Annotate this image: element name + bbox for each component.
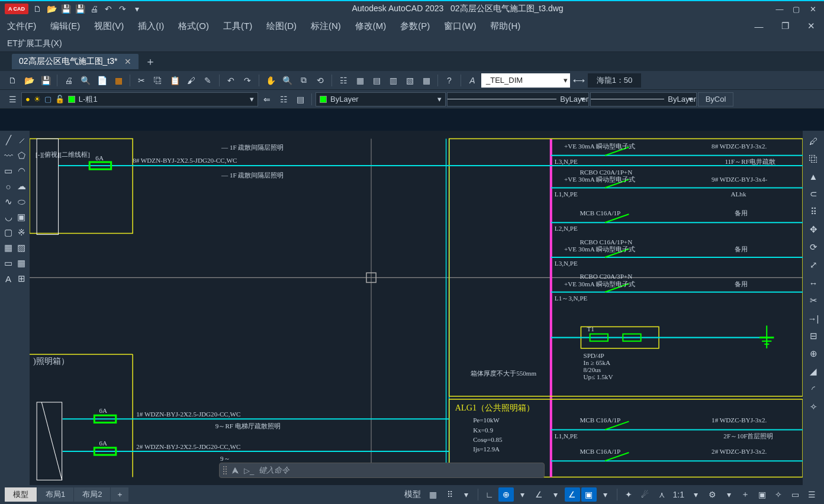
menu-dim[interactable]: 标注(N) bbox=[311, 21, 341, 32]
linetype-dropdown[interactable]: ByLayer ▾ bbox=[447, 92, 589, 106]
cmd-history-icon[interactable]: ⮝ bbox=[231, 466, 239, 475]
hatch-icon[interactable]: ▦ bbox=[2, 241, 14, 255]
tab-layout1[interactable]: 布局1 bbox=[37, 487, 73, 502]
mtext-icon[interactable]: A bbox=[2, 272, 14, 286]
plotstyle-dropdown[interactable]: ByCol bbox=[698, 92, 733, 106]
open-icon[interactable]: 📂 bbox=[46, 4, 57, 14]
anno-scale[interactable]: 海龍1：50 bbox=[588, 73, 641, 88]
dimstyle-dropdown[interactable]: _TEL_DIM▾ bbox=[481, 73, 570, 88]
markup-icon[interactable]: ▧ bbox=[402, 73, 417, 88]
ellipse-icon[interactable]: ⬭ bbox=[15, 195, 27, 209]
mirror-icon[interactable]: ▲ bbox=[805, 169, 822, 184]
custom-icon[interactable]: ☰ bbox=[804, 487, 819, 502]
menu-etext[interactable]: ET扩展工具(X) bbox=[7, 38, 62, 49]
drawing-canvas[interactable]: [-][俯视][二维线框] 6A 8# WDZN-BYJ-2X2.5-JDG20… bbox=[30, 131, 803, 485]
close-icon[interactable]: ✕ bbox=[124, 57, 131, 66]
isolate-icon[interactable]: ▣ bbox=[754, 487, 770, 502]
dim-icon[interactable]: ⟷ bbox=[571, 73, 587, 88]
transparency-icon[interactable]: ☄ bbox=[638, 487, 653, 502]
zoom-icon[interactable]: 🔍 bbox=[279, 73, 295, 88]
help-icon[interactable]: ? bbox=[442, 73, 457, 88]
fillet-icon[interactable]: ◜ bbox=[805, 382, 822, 397]
minimize-button[interactable]: — bbox=[773, 4, 786, 14]
isodraft-icon[interactable]: ∠ bbox=[532, 487, 547, 502]
print-icon[interactable]: 🖨 bbox=[89, 4, 99, 14]
insert-icon[interactable]: ▣ bbox=[15, 210, 27, 224]
otrack-icon[interactable]: ▣ bbox=[581, 487, 597, 502]
pline-icon[interactable]: 〰 bbox=[2, 148, 14, 163]
maximize-button[interactable]: ▢ bbox=[790, 4, 803, 14]
doc-minimize-button[interactable]: — bbox=[753, 21, 765, 31]
menu-help[interactable]: 帮助(H) bbox=[490, 21, 520, 32]
table-icon[interactable]: ▦ bbox=[15, 256, 27, 270]
redo-icon[interactable]: ↷ bbox=[117, 4, 128, 14]
toolpalette-icon[interactable]: ▤ bbox=[369, 73, 384, 88]
move-icon[interactable]: ✥ bbox=[805, 222, 822, 237]
addsel-icon[interactable]: ⊞ bbox=[15, 272, 27, 286]
extend-icon[interactable]: →| bbox=[805, 311, 822, 326]
polar-drop-icon[interactable]: ▾ bbox=[515, 487, 530, 502]
line-icon[interactable]: ╱ bbox=[2, 133, 14, 147]
rect-icon[interactable]: ▭ bbox=[2, 164, 14, 178]
spline-icon[interactable]: ∿ bbox=[2, 195, 14, 209]
point-icon[interactable]: ※ bbox=[15, 225, 27, 240]
menu-tools[interactable]: 工具(T) bbox=[223, 21, 252, 32]
doc-restore-button[interactable]: ❐ bbox=[779, 21, 791, 31]
offset-icon[interactable]: ⊂ bbox=[805, 186, 822, 202]
explode-icon[interactable]: ✧ bbox=[805, 399, 822, 415]
new-tab-button[interactable]: ＋ bbox=[143, 54, 157, 69]
infer-icon[interactable]: ▾ bbox=[459, 487, 474, 502]
arc-icon[interactable]: ◠ bbox=[15, 164, 27, 178]
brush-icon[interactable]: ✎ bbox=[200, 73, 215, 88]
xline-icon[interactable]: ⟋ bbox=[15, 133, 27, 147]
annoscale-icon[interactable]: 1:1 bbox=[671, 487, 687, 502]
tab-layout2[interactable]: 布局2 bbox=[74, 487, 110, 502]
join-icon[interactable]: ⊕ bbox=[805, 346, 822, 361]
circle-icon[interactable]: ○ bbox=[2, 179, 14, 193]
pan-icon[interactable]: ✋ bbox=[263, 73, 278, 88]
copy-obj-icon[interactable]: ⿻ bbox=[805, 151, 822, 166]
new-icon[interactable]: 🗋 bbox=[5, 73, 20, 88]
menu-insert[interactable]: 插入(I) bbox=[138, 21, 164, 32]
hardware-icon[interactable]: ✧ bbox=[771, 487, 786, 502]
plot-icon[interactable]: 🖨 bbox=[61, 73, 76, 88]
qat-dropdown-icon[interactable]: ▾ bbox=[131, 4, 142, 14]
redo-icon[interactable]: ↷ bbox=[240, 73, 255, 88]
polygon-icon[interactable]: ⬠ bbox=[15, 148, 27, 163]
close-button[interactable]: ✕ bbox=[806, 4, 819, 14]
lwt-icon[interactable]: ✦ bbox=[621, 487, 636, 502]
clean-icon[interactable]: ▭ bbox=[787, 487, 803, 502]
chamfer-icon[interactable]: ◢ bbox=[805, 364, 822, 379]
publish-icon[interactable]: 📄 bbox=[94, 73, 110, 88]
plot-preview-icon[interactable]: 🔍 bbox=[78, 73, 93, 88]
layer-prev-icon[interactable]: ⇐ bbox=[259, 92, 275, 106]
polar-icon[interactable]: ⊕ bbox=[498, 487, 514, 502]
grid-icon[interactable]: ▦ bbox=[426, 487, 441, 502]
add-icon[interactable]: ＋ bbox=[738, 487, 753, 502]
array-icon[interactable]: ⠿ bbox=[805, 204, 822, 219]
cut-icon[interactable]: ✂ bbox=[134, 73, 149, 88]
ortho-icon[interactable]: ∟ bbox=[482, 487, 497, 502]
isodraft-drop-icon[interactable]: ▾ bbox=[548, 487, 564, 502]
undo-icon[interactable]: ↶ bbox=[103, 4, 114, 14]
layer-state-icon[interactable]: ☷ bbox=[276, 92, 291, 106]
rotate-icon[interactable]: ⟳ bbox=[805, 240, 822, 255]
save-icon[interactable]: 💾 bbox=[60, 4, 71, 14]
menu-format[interactable]: 格式(O) bbox=[178, 21, 209, 32]
designcenter-icon[interactable]: ▦ bbox=[352, 73, 368, 88]
undo-icon[interactable]: ↶ bbox=[223, 73, 239, 88]
tab-model[interactable]: 模型 bbox=[5, 487, 37, 502]
layer-dropdown[interactable]: ● ☀ ▢ 🔓 L-粗1 ▾ bbox=[21, 92, 258, 106]
revcloud-icon[interactable]: ☁ bbox=[15, 179, 27, 193]
doc-close-button[interactable]: ✕ bbox=[805, 21, 817, 31]
grip-icon[interactable] bbox=[223, 466, 227, 474]
paste-icon[interactable]: 📋 bbox=[167, 73, 182, 88]
gear-icon[interactable]: ⚙ bbox=[704, 487, 720, 502]
gradient-icon[interactable]: ▨ bbox=[15, 241, 27, 255]
tab-add[interactable]: ＋ bbox=[111, 487, 128, 502]
new-icon[interactable]: 🗋 bbox=[32, 4, 43, 14]
command-line[interactable]: ⮝ ▷_ 键入命令 bbox=[219, 463, 545, 478]
open-icon[interactable]: 📂 bbox=[21, 73, 37, 88]
snap-icon[interactable]: ⠿ bbox=[442, 487, 458, 502]
trim-icon[interactable]: ✂ bbox=[805, 293, 822, 308]
